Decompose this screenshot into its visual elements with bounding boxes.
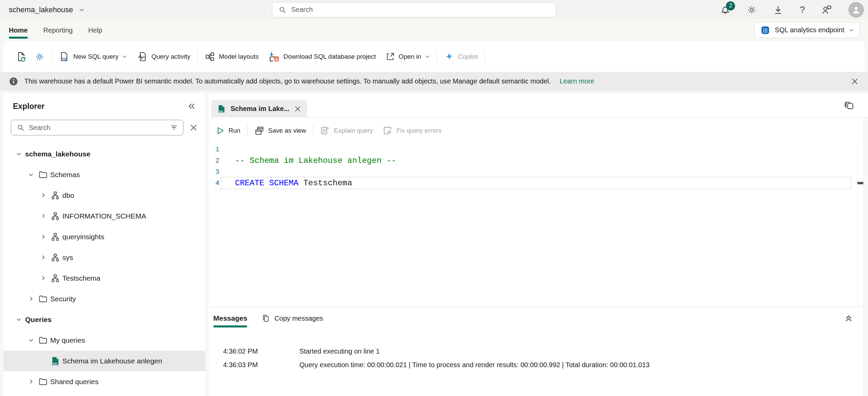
divider (485, 51, 485, 62)
download-icon[interactable] (773, 5, 783, 15)
divider (197, 51, 198, 62)
open-in-label: Open in (399, 53, 421, 60)
expander-chevron-icon[interactable] (13, 316, 24, 323)
refresh-document-icon[interactable] (16, 51, 26, 62)
run-button[interactable]: Run (215, 126, 240, 135)
notifications-bell-icon[interactable]: 2 (720, 5, 730, 15)
line-number: 3 (209, 168, 219, 176)
schema-icon (49, 232, 62, 242)
clear-search-icon[interactable] (189, 123, 198, 132)
warehouse-settings-gear-icon[interactable] (35, 52, 45, 62)
filter-icon[interactable] (170, 123, 178, 132)
global-search[interactable] (272, 2, 556, 17)
query-activity-button[interactable]: Query activity (137, 51, 190, 62)
expander-chevron-icon[interactable] (37, 213, 49, 219)
tree-label: Schemas (50, 171, 80, 179)
messages-panel: Messages Copy messages 4:36:02 PM (209, 307, 863, 396)
menu-tab[interactable]: Help (88, 19, 102, 41)
tree-row[interactable]: SQL My queries (3, 330, 205, 351)
copy-layers-icon[interactable] (844, 100, 854, 111)
tree-row[interactable]: SQL queryinsights (3, 226, 205, 247)
folder-icon (37, 294, 50, 304)
menu-tab-label: Home (9, 26, 28, 34)
sql-editor[interactable]: 1 2 -- Schema im Lakehouse anlegen -- 3 … (209, 144, 868, 307)
query-tabstrip: SQL Schema im Lake... (209, 93, 868, 117)
editor-scrollbar[interactable] (857, 144, 863, 307)
feedback-icon[interactable] (821, 4, 832, 15)
close-tab-icon[interactable] (294, 105, 302, 113)
run-play-icon (215, 126, 225, 135)
query-tab[interactable]: SQL Schema im Lake... (211, 100, 307, 117)
copilot-label: Copilot (458, 53, 478, 60)
copy-messages-label: Copy messages (274, 315, 323, 322)
menu-tab-label: Reporting (43, 26, 73, 34)
ribbon-toolbar: SQL New SQL query Query activity Model l… (3, 41, 865, 72)
download-sql-project-button[interactable]: Download SQL database project (268, 51, 376, 62)
help-icon[interactable]: ? (800, 4, 805, 15)
menu-tab[interactable]: Reporting (43, 19, 73, 41)
schema-icon (49, 211, 62, 221)
user-avatar[interactable] (848, 2, 864, 18)
explorer-search-input[interactable] (29, 124, 165, 132)
run-label: Run (229, 127, 240, 134)
model-layouts-label: Model layouts (219, 53, 259, 60)
learn-more-link[interactable]: Learn more (559, 77, 594, 85)
tree-row[interactable]: SQL dbo (3, 185, 205, 206)
collapse-panel-icon[interactable] (187, 101, 196, 111)
new-sql-query-button[interactable]: SQL New SQL query (59, 51, 127, 62)
panel-scrollbar[interactable] (863, 117, 868, 396)
menu-tab[interactable]: Home (9, 19, 28, 41)
message-timestamp: 4:36:02 PM (209, 347, 299, 355)
expander-chevron-icon[interactable] (25, 337, 37, 343)
tree-row[interactable]: SQL INFORMATION_SCHEMA (3, 206, 205, 226)
expander-chevron-icon[interactable] (13, 151, 24, 157)
expander-chevron-icon[interactable] (37, 233, 49, 240)
expander-chevron-icon[interactable] (25, 171, 37, 178)
global-search-input[interactable] (291, 6, 550, 14)
menu-row: Home Reporting Help SQL analytics endpoi… (0, 19, 868, 41)
query-activity-icon (137, 51, 147, 62)
tree-label: Schema im Lakehouse anlegen (62, 357, 162, 365)
tree-row[interactable]: SQL Schema im Lakehouse anlegen (3, 351, 205, 371)
tree-row[interactable]: SQL Testschema (3, 268, 205, 288)
endpoint-label: SQL analytics endpoint (775, 26, 844, 34)
tree-row[interactable]: SQL Queries (3, 309, 205, 330)
tree-row[interactable]: SQL schema_lakehouse (3, 144, 205, 164)
folder-icon (37, 377, 50, 386)
menu-tab-label: Help (88, 26, 102, 34)
expander-chevron-icon[interactable] (25, 296, 37, 302)
download-database-icon (268, 51, 280, 62)
settings-gear-icon[interactable] (747, 5, 757, 15)
endpoint-selector[interactable]: SQL analytics endpoint (754, 22, 860, 38)
expander-chevron-icon[interactable] (37, 192, 49, 199)
copilot-button[interactable]: Copilot (444, 52, 478, 62)
model-layouts-button[interactable]: Model layouts (204, 51, 259, 62)
explorer-search[interactable] (11, 120, 183, 135)
save-as-view-button[interactable]: Save as view (254, 126, 306, 136)
message-timestamp: 4:36:03 PM (209, 361, 299, 369)
svg-text:SQL: SQL (62, 57, 67, 60)
query-toolbar: Run Save as view Explain query (209, 117, 868, 144)
workspace-switcher[interactable]: schema_lakehouse (9, 0, 85, 19)
open-in-button[interactable]: Open in (386, 52, 430, 61)
banner-close-icon[interactable] (850, 77, 859, 86)
sql-document-icon: SQL (59, 51, 70, 62)
explorer-panel: Explorer (3, 93, 205, 396)
fix-query-errors-button[interactable]: Fix query errors (382, 126, 441, 136)
explain-query-button[interactable]: Explain query (320, 126, 373, 136)
code-line: 2 -- Schema im Lakehouse anlegen -- (209, 155, 868, 166)
tree-row[interactable]: SQL sys (3, 247, 205, 268)
expander-chevron-icon[interactable] (37, 275, 49, 281)
open-external-icon (386, 52, 395, 61)
expand-panel-chevrons-icon[interactable] (844, 313, 854, 323)
expander-chevron-icon[interactable] (37, 358, 49, 364)
tree-row[interactable]: SQL Shared queries (3, 371, 205, 392)
top-bar: schema_lakehouse 2 ? (0, 0, 868, 19)
expander-chevron-icon[interactable] (25, 378, 37, 385)
expander-chevron-icon[interactable] (37, 254, 49, 261)
copy-messages-button[interactable]: Copy messages (261, 314, 323, 323)
explain-query-icon (320, 126, 330, 136)
tree-row[interactable]: SQL Schemas (3, 164, 205, 185)
messages-tab[interactable]: Messages (213, 307, 247, 329)
tree-row[interactable]: SQL Security (3, 288, 205, 309)
